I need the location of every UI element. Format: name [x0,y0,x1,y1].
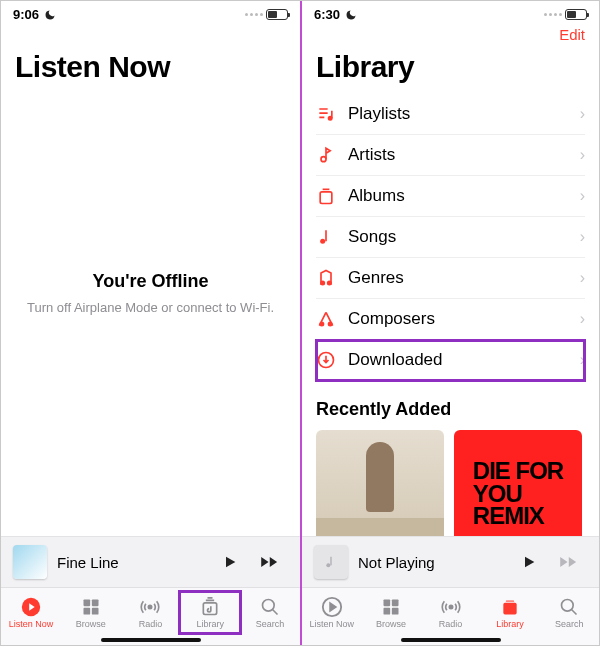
status-time: 9:06 [13,7,39,22]
offline-message: You're Offline Turn off Airplane Mode or… [1,271,300,315]
radio-icon [439,596,463,618]
now-playing-track: Fine Line [57,554,206,571]
play-icon[interactable] [515,554,543,570]
status-bar: 6:30 [302,1,599,24]
offline-subtitle: Turn off Airplane Mode or connect to Wi-… [15,300,286,315]
chevron-right-icon: › [580,269,585,287]
play-circle-icon [19,596,43,618]
tab-listen-now[interactable]: Listen Now [302,592,361,633]
album-art-2[interactable]: DIE FORYOUREMIX [454,430,582,536]
tab-browse[interactable]: Browse [61,592,121,633]
home-indicator[interactable] [302,635,599,645]
status-bar: 9:06 [1,1,300,24]
songs-icon [316,227,336,247]
moon-icon [345,9,357,21]
grid-icon [79,596,103,618]
composers-icon [316,309,336,329]
library-row-genres[interactable]: Genres › [316,258,585,299]
svg-point-15 [329,322,332,325]
signal-dots [245,13,263,16]
recently-added-header: Recently Added [302,381,599,430]
album-art-1[interactable] [316,430,444,536]
phone-right: 6:30 Edit Library Playlists › Artists [300,1,599,645]
svg-rect-19 [384,600,391,607]
artists-icon [316,145,336,165]
svg-point-5 [149,605,152,608]
genres-icon [316,268,336,288]
albums-icon [316,186,336,206]
tab-listen-now[interactable]: Listen Now [1,592,61,633]
chevron-right-icon: › [580,187,585,205]
tab-bar: Listen Now Browse Radio Library Search [1,587,300,635]
chevron-right-icon: › [580,146,585,164]
edit-button[interactable]: Edit [559,26,585,43]
tab-library[interactable]: Library [180,592,240,633]
home-indicator[interactable] [1,635,300,645]
svg-rect-20 [392,600,399,607]
tab-search[interactable]: Search [540,592,599,633]
svg-rect-4 [92,608,99,615]
tab-library[interactable]: Library [480,592,539,633]
offline-title: You're Offline [15,271,286,292]
svg-rect-24 [503,603,516,615]
album-remix-text: DIE FORYOUREMIX [473,460,563,528]
library-row-artists[interactable]: Artists › [316,135,585,176]
recently-added-grid[interactable]: DIE FORYOUREMIX [302,430,599,536]
search-icon [258,596,282,618]
moon-icon [44,9,56,21]
play-circle-icon [320,596,344,618]
tab-bar: Listen Now Browse Radio Library Search [302,587,599,635]
svg-point-12 [321,281,324,284]
now-playing-bar[interactable]: Not Playing [302,536,599,587]
signal-dots [544,13,562,16]
downloaded-icon [316,350,336,370]
tab-radio[interactable]: Radio [121,592,181,633]
svg-rect-10 [320,192,332,204]
svg-rect-2 [92,600,99,607]
forward-icon[interactable] [553,554,587,570]
svg-rect-25 [506,600,514,602]
library-row-downloaded[interactable]: Downloaded › [316,340,585,381]
svg-rect-1 [83,600,90,607]
phone-left: 9:06 Listen Now You're Offline Turn off … [1,1,300,645]
tab-search[interactable]: Search [240,592,300,633]
library-row-playlists[interactable]: Playlists › [316,94,585,135]
tab-radio[interactable]: Radio [421,592,480,633]
svg-point-26 [562,600,574,612]
now-playing-art [314,545,348,579]
library-row-albums[interactable]: Albums › [316,176,585,217]
chevron-right-icon: › [580,351,585,369]
radio-icon [138,596,162,618]
tab-browse[interactable]: Browse [361,592,420,633]
status-time: 6:30 [314,7,340,22]
library-row-composers[interactable]: Composers › [316,299,585,340]
chevron-right-icon: › [580,105,585,123]
page-title: Listen Now [1,44,300,94]
svg-point-23 [449,605,452,608]
playlists-icon [316,104,336,124]
svg-point-7 [263,600,275,612]
library-icon [198,596,222,618]
page-title: Library [302,44,599,94]
svg-rect-3 [83,608,90,615]
chevron-right-icon: › [580,228,585,246]
forward-icon[interactable] [254,554,288,570]
play-icon[interactable] [216,554,244,570]
now-playing-art [13,545,47,579]
grid-icon [379,596,403,618]
svg-rect-21 [384,608,391,615]
chevron-right-icon: › [580,310,585,328]
library-icon [498,596,522,618]
svg-point-13 [328,281,331,284]
battery-icon [266,9,288,20]
now-playing-track: Not Playing [358,554,505,571]
svg-point-17 [326,563,330,567]
svg-rect-22 [392,608,399,615]
search-icon [557,596,581,618]
library-list: Playlists › Artists › Albums › Songs › [302,94,599,381]
svg-point-14 [320,322,323,325]
now-playing-bar[interactable]: Fine Line [1,536,300,587]
svg-point-11 [320,239,325,244]
library-row-songs[interactable]: Songs › [316,217,585,258]
battery-icon [565,9,587,20]
